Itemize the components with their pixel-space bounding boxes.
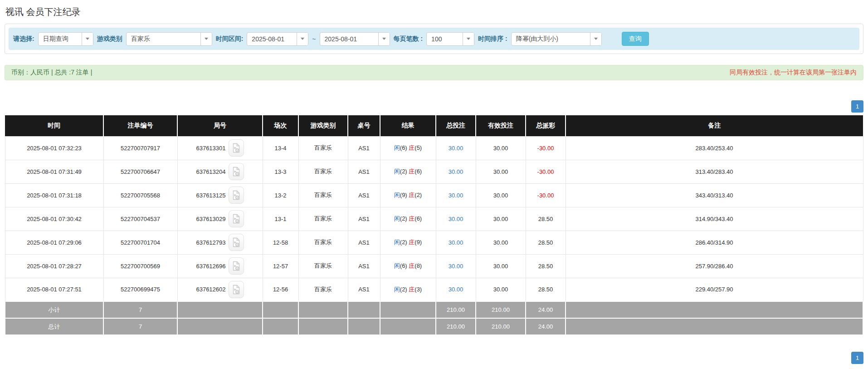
cell-game-type: 百家乐 bbox=[298, 160, 348, 183]
cell-round-id: 637613125 bbox=[177, 183, 263, 207]
cell-time: 2025-08-01 07:27:51 bbox=[5, 278, 103, 301]
cell-bet-id: 522700705568 bbox=[103, 183, 177, 207]
total-bet-link[interactable]: 30.00 bbox=[449, 286, 463, 293]
cell-valid-bet: 30.00 bbox=[476, 278, 526, 301]
caret-down-icon[interactable] bbox=[200, 33, 212, 45]
date-to-dropdown[interactable]: 2025-08-01 bbox=[320, 32, 390, 46]
filter-panel: 请选择: 日期查询 游戏类别 百家乐 时间区间: 2025-08-01 ~ 20… bbox=[5, 24, 863, 54]
table-row: 2025-08-01 07:28:27522700700569637612696… bbox=[5, 254, 863, 278]
page-size-dropdown[interactable]: 100 bbox=[426, 32, 474, 46]
cell-remark: 343.40/313.40 bbox=[566, 183, 863, 207]
page-number-button[interactable]: 1 bbox=[851, 352, 863, 364]
summary-payout: 24.00 bbox=[526, 301, 566, 318]
total-bet-link[interactable]: 30.00 bbox=[449, 192, 463, 199]
cell-payout: -30.00 bbox=[526, 136, 566, 160]
player-result-value: (9) bbox=[400, 192, 407, 198]
caret-down-icon[interactable] bbox=[590, 33, 601, 45]
table-body: 2025-08-01 07:32:23522700707917637613301… bbox=[5, 136, 863, 301]
cell-bet-id: 522700700569 bbox=[103, 254, 177, 278]
cell-valid-bet: 30.00 bbox=[476, 183, 526, 207]
game-type-dropdown[interactable]: 百家乐 bbox=[126, 32, 212, 46]
header-bet-id: 注单编号 bbox=[103, 115, 177, 136]
cell-time: 2025-08-01 07:30:42 bbox=[5, 207, 103, 231]
summary-valid-bet: 210.00 bbox=[476, 318, 526, 335]
total-bet-link[interactable]: 30.00 bbox=[449, 239, 463, 246]
page-number-button[interactable]: 1 bbox=[851, 100, 863, 113]
cell-remark: 314.90/343.40 bbox=[566, 207, 863, 231]
round-id-text: 637612696 bbox=[196, 263, 225, 270]
cell-remark: 257.90/286.40 bbox=[566, 254, 863, 278]
table-row: 2025-08-01 07:30:42522700704537637613029… bbox=[5, 207, 863, 231]
cell-valid-bet: 30.00 bbox=[476, 231, 526, 254]
header-result: 结果 bbox=[380, 115, 436, 136]
video-replay-icon bbox=[232, 143, 240, 153]
player-result-label: 闲 bbox=[394, 215, 400, 222]
video-replay-button[interactable] bbox=[229, 281, 244, 298]
cell-total-bet: 30.00 bbox=[436, 160, 476, 183]
cell-table-no: AS1 bbox=[348, 207, 380, 231]
date-from-dropdown[interactable]: 2025-08-01 bbox=[247, 32, 308, 46]
player-result-label: 闲 bbox=[394, 168, 400, 175]
player-result-label: 闲 bbox=[394, 262, 400, 269]
cell-payout: 28.50 bbox=[526, 231, 566, 254]
player-result-value: (2) bbox=[400, 286, 407, 293]
player-result-label: 闲 bbox=[394, 192, 400, 198]
cell-payout: 28.50 bbox=[526, 207, 566, 231]
date-from-value: 2025-08-01 bbox=[247, 35, 297, 43]
total-bet-link[interactable]: 30.00 bbox=[449, 263, 463, 270]
caret-down-icon[interactable] bbox=[378, 33, 390, 45]
video-replay-button[interactable] bbox=[229, 210, 244, 227]
table-footer: 小计7210.00210.0024.00总计7210.00210.0024.00 bbox=[5, 301, 863, 335]
cell-result: 闲(2) 庄(6) bbox=[380, 160, 436, 183]
caret-down-icon[interactable] bbox=[463, 33, 474, 45]
sort-order-dropdown[interactable]: 降幂(由大到小) bbox=[511, 32, 602, 46]
total-bet-link[interactable]: 30.00 bbox=[449, 168, 463, 175]
cell-valid-bet: 30.00 bbox=[476, 254, 526, 278]
player-result-value: (2) bbox=[400, 168, 407, 175]
cell-game-type: 百家乐 bbox=[298, 207, 348, 231]
cell-valid-bet: 30.00 bbox=[476, 136, 526, 160]
cell-time: 2025-08-01 07:31:18 bbox=[5, 183, 103, 207]
cell-time: 2025-08-01 07:32:23 bbox=[5, 136, 103, 160]
player-result-label: 闲 bbox=[394, 144, 400, 151]
banker-result-label: 庄 bbox=[409, 215, 414, 222]
player-result-label: 闲 bbox=[394, 239, 400, 246]
banker-result-label: 庄 bbox=[409, 239, 414, 246]
video-replay-icon bbox=[232, 237, 240, 248]
round-id-text: 637613029 bbox=[196, 216, 225, 222]
cell-remark: 286.40/314.90 bbox=[566, 231, 863, 254]
cell-table-no: AS1 bbox=[348, 183, 380, 207]
banker-result-label: 庄 bbox=[409, 192, 414, 198]
total-bet-link[interactable]: 30.00 bbox=[449, 145, 463, 152]
video-replay-icon bbox=[232, 284, 240, 295]
summary-total-bet: 210.00 bbox=[436, 318, 476, 335]
video-replay-button[interactable] bbox=[229, 257, 244, 275]
video-replay-icon bbox=[232, 166, 240, 177]
game-type-label: 游戏类别 bbox=[97, 35, 122, 43]
pagination-bottom: 1 bbox=[5, 352, 863, 364]
banker-result-label: 庄 bbox=[409, 286, 414, 293]
cell-total-bet: 30.00 bbox=[436, 183, 476, 207]
sort-order-label: 时间排序 : bbox=[478, 35, 507, 43]
round-id-text: 637613125 bbox=[196, 192, 225, 199]
video-replay-button[interactable] bbox=[229, 187, 244, 204]
banker-result-value: (2) bbox=[414, 192, 422, 198]
summary-row: 小计7210.00210.0024.00 bbox=[5, 301, 863, 318]
round-id-text: 637612602 bbox=[196, 286, 225, 293]
cell-total-bet: 30.00 bbox=[436, 231, 476, 254]
query-type-dropdown[interactable]: 日期查询 bbox=[38, 32, 93, 46]
search-button[interactable]: 查询 bbox=[622, 32, 649, 46]
cell-remark: 283.40/253.40 bbox=[566, 136, 863, 160]
video-replay-button[interactable] bbox=[229, 163, 244, 180]
header-valid-bet: 有效投注 bbox=[476, 115, 526, 136]
caret-down-icon[interactable] bbox=[297, 33, 308, 45]
caret-down-icon[interactable] bbox=[82, 33, 93, 45]
banker-result-value: (9) bbox=[414, 239, 422, 246]
video-replay-button[interactable] bbox=[229, 139, 244, 157]
total-bet-link[interactable]: 30.00 bbox=[449, 216, 463, 222]
cell-bet-id: 522700707917 bbox=[103, 136, 177, 160]
sort-order-value: 降幂(由大到小) bbox=[512, 35, 590, 43]
betting-records-table: 时间 注单编号 局号 场次 游戏类别 桌号 结果 总投注 有效投注 总派彩 备注… bbox=[5, 115, 863, 335]
video-replay-button[interactable] bbox=[229, 234, 244, 251]
player-result-value: (6) bbox=[400, 262, 407, 269]
